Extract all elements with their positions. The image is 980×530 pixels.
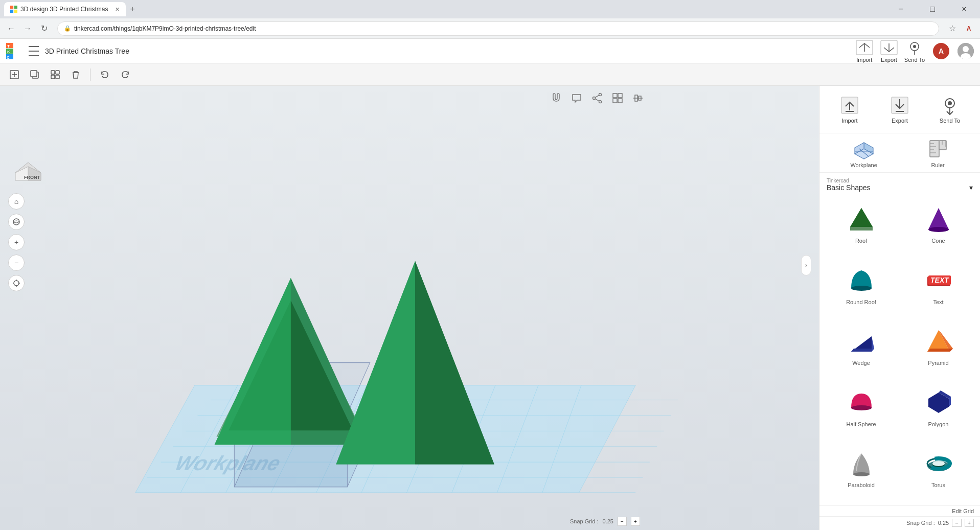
close-button[interactable]: ×: [952, 1, 976, 17]
ruler-button[interactable]: Ruler: [927, 137, 949, 168]
polygon-label: Polygon: [928, 421, 949, 427]
shape-item-torus[interactable]: Torus: [901, 442, 976, 501]
shape-item-round-roof[interactable]: Round Roof: [824, 259, 899, 318]
svg-point-121: [853, 472, 870, 476]
new-shape-button[interactable]: [6, 66, 22, 83]
workplane-label: Workplane: [850, 162, 877, 168]
shape-item-half-sphere[interactable]: Half Sphere: [824, 381, 899, 441]
svg-text:K: K: [7, 50, 10, 54]
ruler-label: Ruler: [931, 162, 944, 168]
svg-text:T: T: [7, 44, 10, 49]
app-title: 3D Printed Christmas Tree: [45, 47, 129, 55]
workplane-ruler-section: Workplane: [819, 133, 980, 173]
group-button[interactable]: [47, 66, 63, 83]
svg-point-106: [851, 286, 872, 291]
browser-tab-active[interactable]: 3D design 3D Printed Christmas ✕: [4, 2, 126, 16]
shape-item-paraboloid[interactable]: Paraboloid: [824, 442, 899, 501]
send-to-panel-label: Send To: [940, 118, 960, 124]
shapes-category-name: Basic Shapes: [827, 183, 871, 192]
torus-label: Torus: [931, 482, 945, 488]
pyramid-shape-icon: [922, 325, 955, 358]
svg-marker-110: [927, 285, 951, 286]
svg-marker-103: [850, 208, 873, 231]
snap-grid-panel-value: 0.25: [938, 520, 949, 526]
snap-inc-button[interactable]: +: [965, 519, 974, 527]
cone-shape-icon: [922, 203, 955, 236]
svg-rect-3: [14, 10, 17, 13]
wedge-label: Wedge: [852, 360, 870, 366]
svg-text:TEXT: TEXT: [930, 276, 949, 284]
half-sphere-shape-icon: [845, 386, 878, 419]
shapes-dropdown-button[interactable]: ▾: [969, 183, 973, 192]
tinkercad-logo: T K C: [6, 43, 22, 59]
tab-title: 3D design 3D Printed Christmas: [20, 6, 108, 13]
user-avatar[interactable]: A: [933, 43, 949, 59]
send-to-button[interactable]: Send To: [931, 91, 968, 128]
shape-item-roof[interactable]: Roof: [824, 198, 899, 257]
new-tab-button[interactable]: +: [126, 3, 139, 16]
menu-icon[interactable]: [29, 46, 39, 56]
address-bar[interactable]: 🔒 tinkercad.com/things/1qbKM7P9imO-3d-pr…: [57, 21, 939, 36]
shape-item-text[interactable]: TEXT Text: [901, 259, 976, 318]
snap-dec-button[interactable]: −: [952, 519, 961, 527]
import-icon: [855, 39, 874, 56]
shape-item-cone[interactable]: Cone: [901, 198, 976, 257]
snap-grid-plus[interactable]: +: [631, 517, 640, 526]
group-icon: [50, 70, 60, 80]
undo-icon: [100, 70, 110, 80]
svg-rect-1: [14, 6, 17, 9]
svg-point-126: [932, 461, 945, 466]
delete-button[interactable]: [67, 66, 84, 83]
tab-close-button[interactable]: ✕: [115, 6, 120, 13]
svg-point-117: [851, 405, 872, 410]
shape-item-polygon[interactable]: Polygon: [901, 381, 976, 441]
import-icon: [839, 95, 860, 116]
svg-rect-0: [10, 6, 13, 9]
export-label: Export: [881, 57, 897, 63]
import-area: Import: [855, 39, 874, 63]
app-header: T K C 3D Printed Christmas Tree: [0, 39, 980, 63]
round-roof-label: Round Roof: [846, 299, 876, 305]
snap-grid-label: Snap Grid :: [570, 518, 599, 524]
workplane-button[interactable]: Workplane: [850, 137, 877, 168]
svg-marker-113: [872, 336, 874, 352]
export-panel-label: Export: [892, 118, 908, 124]
svg-rect-27: [56, 75, 59, 79]
export-button[interactable]: Export: [881, 91, 918, 128]
import-button[interactable]: Import: [831, 91, 868, 128]
svg-point-105: [928, 227, 949, 232]
browser-frame: 3D design 3D Printed Christmas ✕ + − □ ×…: [0, 0, 980, 530]
export-icon: [880, 39, 898, 56]
titlebar-buttons: − □ ×: [889, 1, 976, 17]
minimize-button[interactable]: −: [889, 1, 913, 17]
toolbar-separator: [90, 68, 90, 81]
bookmark-button[interactable]: ☆: [945, 21, 960, 36]
shape-item-pyramid[interactable]: Pyramid: [901, 320, 976, 379]
text-label: Text: [933, 299, 943, 305]
panel-scroll-arrow[interactable]: ›: [801, 255, 811, 275]
svg-marker-116: [927, 349, 953, 352]
duplicate-button[interactable]: [27, 66, 43, 83]
shapes-header: Tinkercad Basic Shapes ▾: [819, 173, 980, 194]
refresh-button[interactable]: ↻: [37, 21, 51, 36]
browser-toolbar: ← → ↻ 🔒 tinkercad.com/things/1qbKM7P9imO…: [0, 18, 980, 39]
svg-marker-79: [415, 261, 494, 465]
snap-grid-minus[interactable]: −: [618, 517, 627, 526]
viewport: FRONT ⌂ +: [0, 86, 819, 530]
svg-marker-77: [215, 278, 291, 445]
profile-button[interactable]: A: [962, 21, 976, 36]
undo-button[interactable]: [97, 66, 113, 83]
maximize-button[interactable]: □: [921, 1, 944, 17]
shape-item-wedge[interactable]: Wedge: [824, 320, 899, 379]
user-profile-icon[interactable]: [958, 43, 974, 59]
back-button[interactable]: ←: [4, 21, 18, 36]
export-area: Export: [880, 39, 898, 63]
send-to-area: Send To: [904, 39, 925, 63]
new-shape-icon: [9, 70, 19, 80]
svg-text:C: C: [7, 55, 10, 59]
redo-button[interactable]: [117, 66, 133, 83]
export-icon: [890, 95, 910, 116]
forward-button[interactable]: →: [20, 21, 35, 36]
edit-grid-label: Edit Grid: [952, 508, 974, 514]
canvas-area[interactable]: FRONT ⌂ +: [0, 86, 819, 530]
